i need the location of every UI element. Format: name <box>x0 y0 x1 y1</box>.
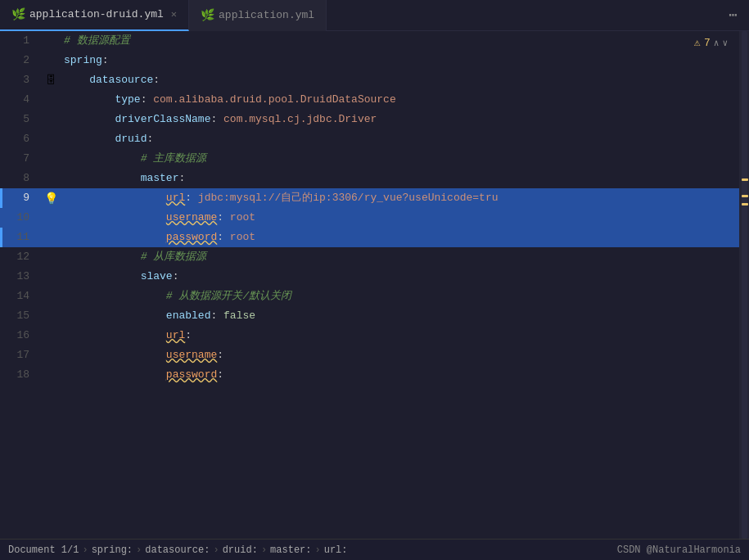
table-row: 4 type: com.alibaba.druid.pool.DruidData… <box>0 90 739 110</box>
code-6: druid: <box>62 129 739 149</box>
chevron-right-1: › <box>82 544 88 556</box>
line-number-18: 18 <box>0 365 39 385</box>
code-17: username: <box>62 345 739 365</box>
tab-druid-label: application-druid.yml <box>29 8 164 20</box>
gutter-12 <box>39 247 62 267</box>
line-number-8: 8 <box>0 169 39 188</box>
table-row: 8 master: <box>0 169 739 188</box>
scrollbar-thumb[interactable] <box>742 31 747 539</box>
gutter-16 <box>39 326 62 345</box>
close-icon-druid[interactable]: ✕ <box>171 8 177 20</box>
table-row: 16 url: <box>0 326 739 345</box>
status-master: master: <box>270 544 311 556</box>
editor-window: 🌿 application-druid.yml ✕ 🌿 application.… <box>0 0 749 560</box>
table-row: 13 slave: <box>0 267 739 287</box>
status-bar: Document 1/1 › spring: › datasource: › d… <box>0 539 749 560</box>
tab-druid[interactable]: 🌿 application-druid.yml ✕ <box>0 0 189 31</box>
status-druid: druid: <box>223 544 258 556</box>
chevron-right-5: › <box>315 544 321 556</box>
gutter-17 <box>39 345 62 365</box>
line-number-11: 11 <box>0 228 39 247</box>
gutter-5 <box>39 110 62 129</box>
gutter-1 <box>39 31 62 51</box>
code-12: # 从库数据源 <box>62 247 739 267</box>
database-icon: 🗄 <box>46 75 56 87</box>
gutter-7 <box>39 149 62 169</box>
current-line-indicator <box>0 188 2 208</box>
code-13: slave: <box>62 267 739 287</box>
gutter-10 <box>39 208 62 228</box>
gutter-3: 🗄 <box>39 70 62 90</box>
tab-app-label: application.yml <box>219 9 314 21</box>
scrollbar-track[interactable] <box>739 31 749 539</box>
gutter-11 <box>39 228 62 247</box>
gutter-8 <box>39 169 62 188</box>
line-number-7: 7 <box>0 149 39 169</box>
gutter-15 <box>39 306 62 326</box>
gutter-4 <box>39 90 62 110</box>
scrollbar-mark-1 <box>742 178 748 181</box>
warning-badge[interactable]: ⚠ 7 ∧ ∨ <box>694 36 728 49</box>
warning-triangle-icon: ⚠ <box>694 36 701 49</box>
status-document: Document 1/1 <box>8 544 79 556</box>
line-number-2: 2 <box>0 51 39 70</box>
line-number-14: 14 <box>0 287 39 306</box>
line-number-5: 5 <box>0 110 39 129</box>
table-row: 9 💡 url: jdbc:mysql://自己的ip:3306/ry_vue?… <box>0 188 739 208</box>
status-url: url: <box>324 544 348 556</box>
chevron-right-2: › <box>136 544 142 556</box>
code-14: # 从数据源开关/默认关闭 <box>62 287 739 306</box>
line-number-6: 6 <box>0 129 39 149</box>
line-number-1: 1 <box>0 31 39 51</box>
status-spring: spring: <box>92 544 133 556</box>
bulb-icon[interactable]: 💡 <box>44 192 58 205</box>
line-number-9: 9 <box>0 188 39 208</box>
line-number-13: 13 <box>0 267 39 287</box>
all-lines: 1 # 数据源配置 2 spring: 3 🗄 datasource: <box>0 31 739 539</box>
line-number-17: 17 <box>0 345 39 365</box>
code-16: url: <box>62 326 739 345</box>
table-row: 11 password: root <box>0 228 739 247</box>
gutter-9: 💡 <box>39 188 62 208</box>
chevron-right-4: › <box>261 544 267 556</box>
code-7: # 主库数据源 <box>62 149 739 169</box>
tab-bar: 🌿 application-druid.yml ✕ 🌿 application.… <box>0 0 749 31</box>
code-8: master: <box>62 169 739 188</box>
code-18: password: <box>62 365 739 385</box>
line-number-12: 12 <box>0 247 39 267</box>
table-row: 6 druid: <box>0 129 739 149</box>
table-row: 14 # 从数据源开关/默认关闭 <box>0 287 739 306</box>
code-11: password: root <box>62 228 739 247</box>
scrollbar-mark-2 <box>742 195 748 197</box>
gutter-13 <box>39 267 62 287</box>
table-row: 5 driverClassName: com.mysql.cj.jdbc.Dri… <box>0 110 739 129</box>
leaf-icon-app: 🌿 <box>201 8 214 22</box>
code-4: type: com.alibaba.druid.pool.DruidDataSo… <box>62 90 739 110</box>
table-row: 12 # 从库数据源 <box>0 247 739 267</box>
table-row: 17 username: <box>0 345 739 365</box>
table-row: 2 spring: <box>0 51 739 70</box>
code-9: url: jdbc:mysql://自己的ip:3306/ry_vue?useU… <box>62 188 739 208</box>
table-row: 3 🗄 datasource: <box>0 70 739 90</box>
line-number-16: 16 <box>0 326 39 345</box>
editor-body: ⚠ 7 ∧ ∨ 1 # 数据源配置 2 spring: 3 <box>0 31 749 539</box>
code-2: spring: <box>62 51 739 70</box>
code-10: username: root <box>62 208 739 228</box>
gutter-18 <box>39 365 62 385</box>
table-row: 18 password: <box>0 365 739 385</box>
gutter-2 <box>39 51 62 70</box>
line-number-10: 10 <box>0 208 39 228</box>
table-row: 10 username: root <box>0 208 739 228</box>
tab-app[interactable]: 🌿 application.yml <box>189 0 327 31</box>
line-number-4: 4 <box>0 90 39 110</box>
gutter-6 <box>39 129 62 149</box>
line-11-left-bar <box>0 228 2 247</box>
more-tabs-button[interactable]: ⋯ <box>717 0 749 31</box>
warning-count: 7 <box>704 37 711 49</box>
code-3: datasource: <box>62 70 739 90</box>
leaf-icon-druid: 🌿 <box>11 7 25 21</box>
scrollbar-mark-3 <box>742 203 748 205</box>
chevron-down-icon[interactable]: ∨ <box>722 38 728 48</box>
chevron-up-icon[interactable]: ∧ <box>714 38 720 48</box>
line-number-15: 15 <box>0 306 39 326</box>
